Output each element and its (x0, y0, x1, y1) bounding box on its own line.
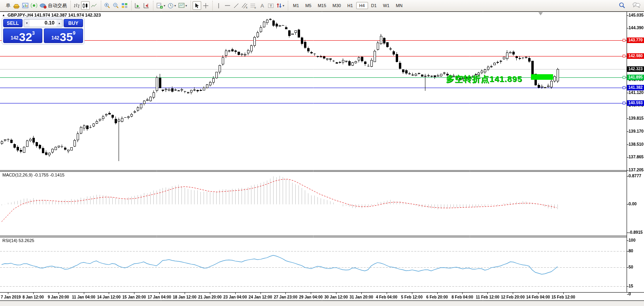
bars-icon (74, 3, 80, 9)
current-price-label[interactable]: 142.323 (627, 66, 644, 72)
timeframe-w1-button[interactable]: W1 (380, 2, 393, 9)
template-icon (178, 3, 185, 8)
shapes-icon (276, 3, 282, 8)
candlestick-button[interactable] (81, 1, 90, 10)
zoom-out-button[interactable] (111, 1, 120, 10)
fibo-icon: F (250, 3, 257, 9)
level-price-label[interactable]: 141.895 (627, 75, 644, 80)
search-icon (619, 2, 625, 9)
timeframe-m30-button[interactable]: M30 (329, 2, 344, 9)
text-label-button[interactable]: T (266, 1, 275, 10)
timeframe-m5-button[interactable]: M5 (302, 2, 314, 9)
macd-tick-label: -0.8915 (629, 230, 644, 235)
fibonacci-button[interactable]: F (249, 1, 258, 10)
text-button[interactable]: A (258, 1, 266, 10)
rsi-label: RSI(14) 53.2625 (2, 238, 34, 243)
level-price-label[interactable]: 142.980 (627, 53, 644, 59)
horizontal-line-button[interactable] (223, 1, 232, 10)
zoom-in-button[interactable] (103, 1, 111, 10)
signal-icon (31, 2, 37, 9)
chart-header-symbol: GBPJPY-,H4 (8, 13, 33, 17)
level-price-label[interactable]: 143.770 (627, 38, 644, 43)
buy-price-sup: 9 (73, 30, 76, 36)
chart-header: ▲ GBPJPY-,H4 141.974 142.387 141.974 142… (2, 13, 101, 17)
autotrade-button[interactable]: 自动交易 (38, 1, 68, 10)
tile-icon (121, 3, 128, 8)
autotrade-icon (40, 3, 47, 9)
labelT-icon: T (268, 3, 274, 9)
rsi-tick-label: 15 (629, 283, 644, 288)
buy-price-box[interactable]: 142 35 9 (44, 28, 83, 43)
toolbar-right-icons (618, 1, 642, 9)
zoomout-icon (113, 2, 119, 9)
sell-price-sup: 3 (32, 30, 35, 36)
level-price-label[interactable]: 140.593 (627, 100, 644, 106)
new-order-button-label: 单 (6, 2, 11, 9)
sell-button[interactable]: SELL (3, 19, 23, 27)
equidistant-channel-button[interactable]: E (240, 1, 249, 10)
annotation-text[interactable]: 多空转折点141.895 (446, 73, 522, 84)
timeframe-m1-button[interactable]: M1 (290, 2, 302, 9)
search-button[interactable] (618, 1, 627, 9)
rsi-tick-label: 100 (629, 238, 644, 242)
market-watch-button[interactable] (12, 1, 21, 10)
timeframe-m15-button[interactable]: M15 (315, 2, 329, 9)
collapse-arrow-icon[interactable]: ▲ (2, 13, 5, 17)
toolbar-group: EFAT▾ (212, 1, 287, 10)
level-price-label[interactable]: 141.382 (627, 85, 644, 90)
macd-tick-label: 0.00 (629, 201, 644, 206)
timeframe-mn-button[interactable]: MN (393, 2, 406, 9)
dropdown-caret-icon[interactable]: ▾ (164, 4, 165, 8)
autotrade-button-label: 自动交易 (48, 2, 67, 9)
trendline-button[interactable] (232, 1, 240, 10)
periods-button[interactable]: ▾ (166, 1, 177, 10)
new-order-button[interactable]: 单 (3, 1, 12, 10)
line-chart-button[interactable] (90, 1, 98, 10)
price-tick-label: 137.205 (629, 167, 644, 172)
volume-decrease-button[interactable]: ▼ (24, 19, 30, 27)
volume-value[interactable]: 0.10 (30, 19, 57, 27)
data-window-button[interactable] (21, 1, 30, 10)
chart-shift-button[interactable] (142, 1, 151, 10)
toolbar-group: 单自动交易 (2, 1, 70, 10)
crosshair-button[interactable] (201, 1, 210, 10)
sell-price-big: 32 (19, 32, 32, 42)
textA-icon: A (259, 3, 265, 9)
tile-windows-button[interactable] (120, 1, 129, 10)
toolbar-group (101, 1, 130, 10)
timeframe-h1-button[interactable]: H1 (344, 2, 356, 9)
rsi-tick-label: 0 (629, 291, 644, 296)
arrows-button[interactable]: ▾ (275, 1, 285, 10)
bar-chart-button[interactable] (72, 1, 81, 10)
vertical-line-button[interactable] (214, 1, 223, 10)
svg-text:A: A (261, 3, 264, 9)
dropdown-caret-icon[interactable]: ▾ (185, 4, 187, 8)
chat-button[interactable] (631, 1, 642, 9)
autoscroll-icon (134, 3, 141, 9)
cursor-button[interactable] (193, 1, 201, 10)
timeframe-h4-button[interactable]: H4 (356, 2, 368, 9)
cursor-icon (195, 3, 199, 9)
rsi-tick-label: 80 (629, 248, 644, 253)
buy-price-big: 35 (60, 32, 73, 42)
dropdown-caret-icon[interactable]: ▾ (283, 4, 284, 8)
templates-button[interactable]: ▾ (177, 1, 188, 10)
rsi-tick-label: 50 (629, 265, 644, 269)
sell-price-box[interactable]: 142 32 3 (3, 28, 42, 43)
timeframe-d1-button[interactable]: D1 (368, 2, 380, 9)
vline-icon (217, 3, 221, 9)
auto-scroll-button[interactable] (133, 1, 142, 10)
dropdown-caret-icon[interactable]: ▾ (174, 4, 176, 8)
volume-spinner: ▼ 0.10 ▲ (24, 19, 62, 27)
svg-text:E: E (246, 6, 247, 9)
toolbar-group (191, 1, 212, 10)
volume-increase-button[interactable]: ▲ (57, 19, 62, 27)
macd-tick-label: 0.8777 (629, 173, 644, 178)
timeframe-group: M1M5M15M30H1H4D1W1MN (288, 1, 407, 10)
chart-canvas[interactable] (0, 0, 644, 306)
navigator-button[interactable] (30, 1, 38, 10)
buy-button[interactable]: BUY (64, 19, 83, 27)
gold-icon (13, 3, 20, 9)
new-chart-button[interactable]: ▾ (155, 1, 166, 10)
toolbar-group (70, 1, 100, 10)
